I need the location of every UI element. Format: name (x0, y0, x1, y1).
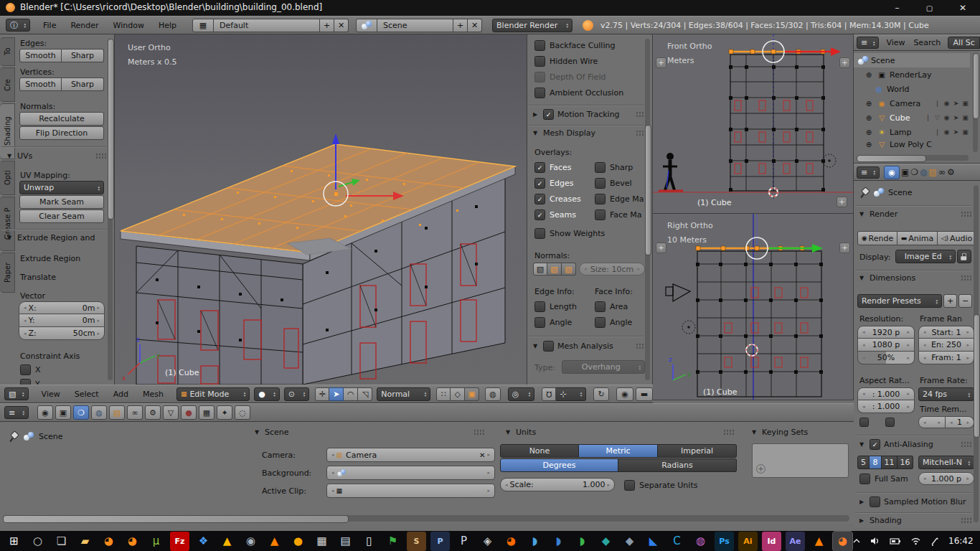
sampled-motion-blur-panel-header[interactable]: ▶ Sampled Motion Blur (859, 496, 977, 507)
right-ortho-viewport[interactable]: z y Right Ortho 10 Meters (1) Cube + + (653, 214, 854, 400)
taskbar-icon-cortana[interactable]: ○ (28, 532, 47, 551)
modifiers-tab-icon[interactable]: ⚙ (947, 167, 955, 177)
tray-battery-icon[interactable] (890, 537, 901, 545)
scene-tab-icon[interactable]: ❍ (73, 405, 89, 420)
aspect-x-field[interactable]: : 1.000 (857, 387, 915, 400)
vertex-normals-toggle[interactable]: ▧ (533, 263, 547, 276)
recalculate-button[interactable]: Recalculate (19, 112, 104, 126)
unit-scale-field[interactable]: Scale:1.000 (500, 478, 615, 491)
active-clip-field[interactable]: ▦ (326, 484, 495, 498)
show-weights-checkbox[interactable] (534, 228, 545, 239)
physics-tab-icon[interactable]: ◌ (235, 405, 250, 420)
world-tab-icon[interactable]: ◍ (91, 405, 107, 420)
add-keying-set-icon[interactable]: + (756, 464, 765, 474)
render-audio-button[interactable]: ◁)Audio (938, 231, 976, 245)
viewport-editor-type-selector[interactable]: ▧ (4, 387, 29, 400)
taskbar-icon-firefox-2[interactable]: ◕ (123, 532, 142, 551)
face-area-checkbox[interactable] (595, 301, 606, 312)
selectability-arrow-icon[interactable]: ➤ (951, 128, 961, 136)
taskbar-icon-filezilla[interactable]: Fz (170, 532, 189, 551)
bottom-hscrollbar[interactable] (3, 515, 849, 522)
taskbar-icon-utorrent[interactable]: µ (146, 532, 166, 551)
edges-smooth-button[interactable]: Smooth (19, 49, 62, 62)
front-ortho-viewport[interactable]: Front Ortho Meters (1) Cube + + + (653, 34, 854, 214)
camera-field[interactable]: ▧ Camera ✕ (326, 448, 495, 462)
edge-select-icon[interactable]: ◇ (451, 387, 465, 401)
aa-size-field[interactable]: 1.000 p (918, 472, 974, 485)
pin-icon[interactable] (9, 430, 19, 442)
front-view-left-expand-button[interactable]: + (656, 57, 666, 68)
vertices-smooth-button[interactable]: Smooth (19, 77, 62, 91)
edge-angle-checkbox[interactable] (534, 317, 545, 328)
outliner-menu-view[interactable]: View (882, 38, 909, 47)
scene-icon[interactable] (356, 19, 377, 32)
anti-aliasing-panel-header[interactable]: ▼ Anti-Aliasing (859, 439, 971, 450)
face-normals-toggle[interactable]: ▧ (562, 263, 576, 276)
frame-rate-dropdown[interactable]: 24 fps (918, 387, 974, 401)
outliner-filter-dropdown[interactable]: All Sc (948, 37, 980, 49)
snap-element-dropdown[interactable]: ⊹ (556, 387, 586, 401)
taskbar-icon-notepad[interactable]: ▤ (336, 532, 355, 551)
taskbar-icon-vlc-active[interactable]: ▲ (809, 532, 829, 551)
taskbar-icon-blue-app-2[interactable]: ◗ (549, 532, 568, 551)
editor-type-selector[interactable]: ⓘ (6, 19, 30, 32)
time-rem-old-field[interactable] (918, 416, 946, 428)
right-view-right-expand-button[interactable]: + (839, 242, 850, 253)
sampled-motion-blur-checkbox[interactable] (870, 496, 880, 507)
viewport-menu-add[interactable]: Add (106, 390, 136, 399)
face-select-icon[interactable]: ▣ (465, 387, 479, 401)
remove-preset-button[interactable]: − (958, 294, 972, 308)
viewport-menu-select[interactable]: Select (67, 390, 106, 399)
units-none-button[interactable]: None (500, 444, 579, 458)
properties-editor-type-selector[interactable]: ≡ (857, 166, 880, 179)
border-checkbox[interactable] (859, 418, 869, 427)
background-field[interactable] (326, 466, 495, 480)
mesh-analysis-checkbox[interactable] (543, 341, 554, 352)
mesh-display-panel-header[interactable]: ▼Mesh Display (533, 128, 646, 138)
display-lock-button[interactable] (957, 250, 971, 263)
creases-checkbox[interactable] (534, 194, 545, 204)
taskbar-icon-calculator[interactable]: ▦ (312, 532, 331, 551)
particles-tab-icon[interactable]: ✦ (217, 405, 232, 420)
viewport-menu-mesh[interactable]: Mesh (136, 390, 171, 399)
outliner-item-cube[interactable]: ⊕ ▽ Cube |▽ ◉ ➤ ▣ (854, 110, 970, 125)
outliner-item-scene[interactable]: Scene (854, 53, 970, 67)
scene-selector[interactable]: Scene + ✕ (356, 19, 482, 32)
renderability-camera-icon[interactable]: ▣ (961, 128, 970, 136)
menu-render[interactable]: Render (63, 21, 105, 30)
faces-checkbox[interactable] (534, 162, 545, 173)
render-tab-icon[interactable]: ◉ (37, 405, 53, 420)
outliner-menu-search[interactable]: Search (910, 38, 946, 47)
taskbar-icon-shield-app[interactable]: ◆ (620, 532, 639, 551)
taskbar-icon-photoshop[interactable]: Ps (715, 532, 734, 551)
units-radians-button[interactable]: Radians (618, 458, 737, 472)
taskbar-icon-scrivener[interactable]: S (407, 532, 426, 551)
clear-camera-icon[interactable]: ✕ (479, 451, 485, 459)
backface-culling-checkbox[interactable] (534, 40, 545, 51)
taskbar-icon-document[interactable]: ▯ (359, 532, 379, 551)
resolution-y-field[interactable]: 1080 p (857, 339, 915, 352)
vertices-sharp-button[interactable]: Sharp (62, 77, 104, 91)
units-imperial-button[interactable]: Imperial (658, 444, 737, 458)
limit-to-visible-icon[interactable]: ◍ (485, 387, 501, 401)
constraints-tab-icon[interactable]: ∞ (127, 405, 143, 420)
outliner-editor-type-selector[interactable]: ≡ (857, 37, 879, 49)
display-dropdown[interactable]: Image Ed (895, 250, 956, 263)
operator-panel-header[interactable]: ▼Extrude Region and (7, 233, 106, 242)
taskbar-clock[interactable]: 16:42 (948, 536, 974, 546)
taskbar-icon-task-view[interactable]: ❏ (52, 532, 71, 551)
edges-sharp-button[interactable]: Sharp (62, 49, 104, 62)
tool-shelf-tab-grease-pencil[interactable]: Grease P (0, 197, 15, 251)
vertex-select-icon[interactable]: ∷ (436, 387, 451, 401)
taskbar-icon-firefox-1[interactable]: ◕ (99, 532, 118, 551)
render-layers-tab-icon[interactable]: ▣ (55, 405, 71, 420)
edges-checkbox[interactable] (534, 178, 545, 189)
front-view-corner-expand-button[interactable]: + (837, 197, 847, 207)
unwrap-dropdown[interactable]: Unwrap (19, 181, 104, 194)
resolution-percentage-slider[interactable]: 50% (857, 352, 915, 364)
close-layout-button[interactable]: ✕ (334, 19, 349, 32)
resolution-x-field[interactable]: 1920 p (857, 326, 915, 339)
add-layout-button[interactable]: + (320, 19, 334, 32)
edge-length-checkbox[interactable] (534, 301, 545, 312)
edge-marks-checkbox[interactable] (595, 194, 606, 204)
